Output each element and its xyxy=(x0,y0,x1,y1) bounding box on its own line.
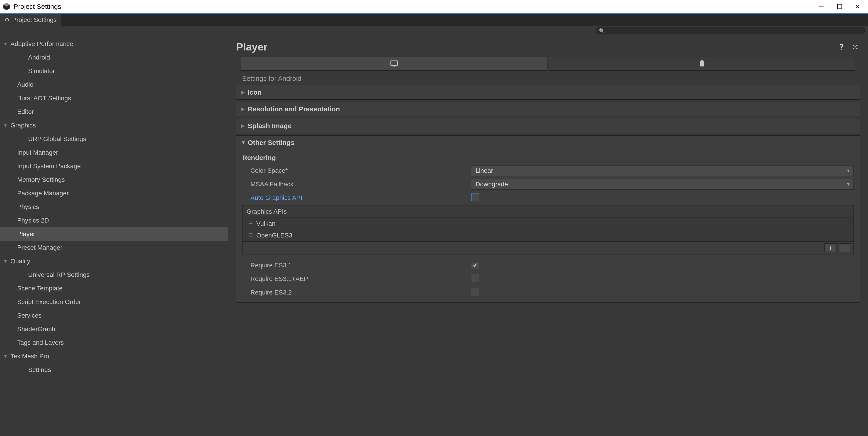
settings-sidebar: ▼Adaptive PerformanceAndroidSimulatorAud… xyxy=(0,36,228,436)
sidebar-item-adaptive-performance[interactable]: ▼Adaptive Performance xyxy=(0,37,228,51)
sidebar-item-preset-manager[interactable]: Preset Manager xyxy=(0,241,228,255)
sidebar-item-label: Script Execution Order xyxy=(17,298,81,306)
chevron-down-icon: ▼ xyxy=(3,354,10,359)
drag-handle-icon[interactable]: ☰ xyxy=(248,221,252,227)
sidebar-item-memory-settings[interactable]: Memory Settings xyxy=(0,173,228,187)
sidebar-item-physics-2d[interactable]: Physics 2D xyxy=(0,214,228,227)
sidebar-item-label: Quality xyxy=(10,258,30,265)
fold-label: Icon xyxy=(248,89,262,96)
sidebar-item-package-manager[interactable]: Package Manager xyxy=(0,187,228,200)
sidebar-item-quality[interactable]: ▼Quality xyxy=(0,255,228,268)
checkbox-require-es32[interactable] xyxy=(471,288,479,296)
sidebar-item-tags-and-layers[interactable]: Tags and Layers xyxy=(0,336,228,349)
sidebar-item-label: Tags and Layers xyxy=(17,339,64,346)
sidebar-item-graphics[interactable]: ▼Graphics xyxy=(0,119,228,132)
row-msaa-fallback: MSAA Fallback Downgrade ▼ xyxy=(242,177,854,191)
dropdown-value: Linear xyxy=(475,167,493,174)
sidebar-item-physics[interactable]: Physics xyxy=(0,200,228,214)
sidebar-item-urp-global-settings[interactable]: URP Global Settings xyxy=(0,132,228,146)
settings-for-label: Settings for Android xyxy=(236,75,860,85)
svg-rect-2 xyxy=(391,61,398,65)
chevron-right-icon: ▶ xyxy=(241,90,248,95)
sidebar-item-label: Editor xyxy=(17,108,34,115)
chevron-down-icon: ▼ xyxy=(846,182,850,187)
search-input[interactable] xyxy=(607,28,861,34)
sidebar-item-editor[interactable]: Editor xyxy=(0,105,228,119)
fold-splash-image[interactable]: ▶ Splash Image xyxy=(236,119,860,133)
remove-graphics-api-button[interactable]: － xyxy=(839,243,851,253)
graphics-api-item[interactable]: ☰OpenGLES3 xyxy=(243,230,854,241)
sidebar-item-audio[interactable]: Audio xyxy=(0,78,228,92)
search-box[interactable]: 🔍 xyxy=(596,27,865,34)
fold-label: Other Settings xyxy=(248,139,294,146)
dropdown-msaa-fallback[interactable]: Downgrade ▼ xyxy=(471,179,854,190)
checkbox-auto-graphics-api[interactable] xyxy=(471,193,479,201)
fold-label: Resolution and Presentation xyxy=(248,105,340,113)
platform-tab-android[interactable] xyxy=(549,57,855,71)
preset-button[interactable] xyxy=(850,42,860,52)
platform-tab-desktop[interactable] xyxy=(241,57,547,71)
sidebar-item-label: Android xyxy=(28,54,50,61)
window-close-button[interactable]: ✕ xyxy=(848,0,867,13)
sidebar-item-input-manager[interactable]: Input Manager xyxy=(0,146,228,159)
label-msaa-fallback: MSAA Fallback xyxy=(242,181,471,188)
sidebar-item-label: Input Manager xyxy=(17,149,58,156)
sidebar-item-player[interactable]: Player xyxy=(0,227,228,241)
sidebar-item-scene-template[interactable]: Scene Template xyxy=(0,281,228,295)
graphics-api-item[interactable]: ☰Vulkan xyxy=(243,218,854,230)
checkbox-require-es31[interactable]: ✔ xyxy=(471,261,479,269)
sidebar-item-label: Settings xyxy=(28,366,51,373)
row-require-es32: Require ES3.2 xyxy=(242,286,854,299)
sidebar-item-settings[interactable]: Settings xyxy=(0,363,228,377)
android-icon xyxy=(698,60,706,68)
help-button[interactable]: ❔ xyxy=(837,42,846,52)
window-maximize-button[interactable]: ☐ xyxy=(830,0,848,13)
fold-other-settings[interactable]: ▼ Other Settings xyxy=(236,135,860,150)
sidebar-item-label: Simulator xyxy=(28,67,55,75)
graphics-apis-footer: ＋ － xyxy=(243,241,854,254)
sidebar-item-simulator[interactable]: Simulator xyxy=(0,64,228,78)
sidebar-item-shadergraph[interactable]: ShaderGraph xyxy=(0,322,228,336)
label-require-es32: Require ES3.2 xyxy=(242,289,471,296)
sidebar-item-label: Physics xyxy=(17,203,39,210)
sidebar-item-label: Services xyxy=(17,312,41,319)
sidebar-item-services[interactable]: Services xyxy=(0,309,228,322)
chevron-right-icon: ▶ xyxy=(241,123,248,129)
chevron-right-icon: ▶ xyxy=(241,106,248,112)
sidebar-item-script-execution-order[interactable]: Script Execution Order xyxy=(0,295,228,309)
sidebar-item-android[interactable]: Android xyxy=(0,51,228,64)
tab-label: Project Settings xyxy=(12,16,57,24)
sidebar-item-label: Burst AOT Settings xyxy=(17,95,71,102)
chevron-down-icon: ▼ xyxy=(846,168,850,173)
sidebar-item-burst-aot-settings[interactable]: Burst AOT Settings xyxy=(0,92,228,105)
chevron-down-icon: ▼ xyxy=(3,123,10,128)
checkbox-require-es31aep[interactable] xyxy=(471,274,479,282)
dropdown-color-space[interactable]: Linear ▼ xyxy=(471,165,854,176)
fold-icon[interactable]: ▶ Icon xyxy=(236,85,860,100)
graphics-apis-header: Graphics APIs xyxy=(243,206,854,218)
sidebar-item-universal-rp-settings[interactable]: Universal RP Settings xyxy=(0,268,228,281)
main-header: Player ❔ xyxy=(236,39,860,55)
sidebar-item-label: TextMesh Pro xyxy=(10,353,49,360)
dock-tabstrip: ⚙ Project Settings xyxy=(0,13,868,26)
help-icon: ❔ xyxy=(838,44,845,50)
toolbar-row: 🔍 xyxy=(0,26,868,36)
sidebar-item-label: Graphics xyxy=(10,122,36,129)
sidebar-item-textmesh-pro[interactable]: ▼TextMesh Pro xyxy=(0,349,228,363)
chevron-down-icon: ▼ xyxy=(3,259,10,264)
drag-handle-icon[interactable]: ☰ xyxy=(248,233,252,238)
fold-resolution-presentation[interactable]: ▶ Resolution and Presentation xyxy=(236,102,860,116)
row-require-es31: Require ES3.1 ✔ xyxy=(242,259,854,272)
group-heading-rendering: Rendering xyxy=(242,154,854,162)
add-graphics-api-button[interactable]: ＋ xyxy=(825,243,837,253)
svg-point-3 xyxy=(701,62,701,62)
window-minimize-button[interactable]: ─ xyxy=(812,0,830,13)
chevron-down-icon: ▼ xyxy=(241,140,248,145)
sidebar-item-label: Audio xyxy=(17,81,34,88)
page-title: Player xyxy=(236,41,833,53)
label-auto-graphics-api[interactable]: Auto Graphics API xyxy=(242,194,471,201)
preset-icon xyxy=(852,44,858,50)
label-color-space: Color Space* xyxy=(242,167,471,174)
sidebar-item-input-system-package[interactable]: Input System Package xyxy=(0,159,228,173)
tab-project-settings[interactable]: ⚙ Project Settings xyxy=(0,14,61,26)
